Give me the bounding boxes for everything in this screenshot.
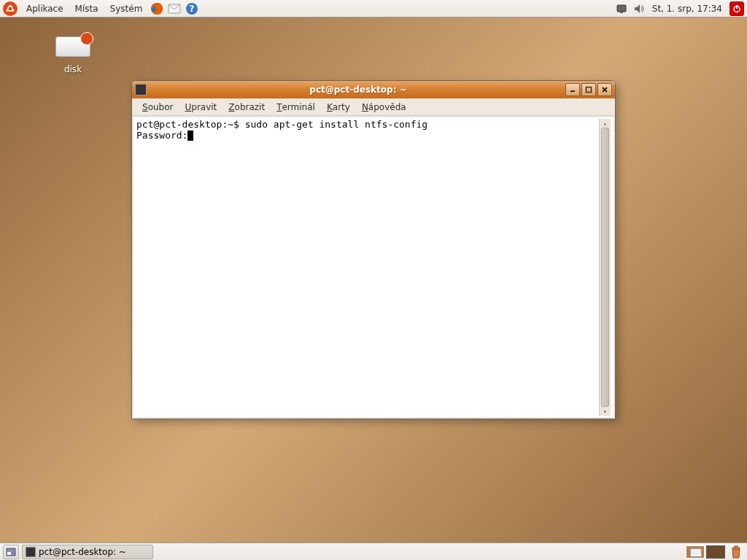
disk-drive-icon: [55, 36, 90, 61]
firefox-icon[interactable]: [149, 1, 165, 17]
mail-icon[interactable]: [166, 1, 182, 17]
trash-icon[interactable]: [728, 544, 744, 560]
desktop-icon-label: disk: [44, 64, 102, 74]
menu-file[interactable]: Soubor: [136, 98, 179, 115]
bottom-panel: pct@pct-desktop: ~: [0, 542, 747, 560]
workspace-2[interactable]: [706, 545, 725, 559]
taskbar-label: pct@pct-desktop: ~: [39, 547, 126, 557]
scroll-thumb[interactable]: [601, 128, 609, 407]
svg-rect-13: [587, 88, 592, 93]
menu-applications[interactable]: Aplikace: [20, 0, 69, 17]
cursor-icon: [187, 131, 193, 141]
terminal-window: pct@pct-desktop: ~ Soubor Upravit Zobraz…: [131, 80, 616, 419]
terminal-menubar: Soubor Upravit Zobrazit Terminál Karty N…: [132, 98, 615, 116]
clock[interactable]: St, 1. srp, 17:34: [648, 4, 727, 14]
scroll-up-icon[interactable]: ▴: [600, 119, 611, 128]
scroll-down-icon[interactable]: ▾: [600, 407, 611, 416]
help-icon[interactable]: ?: [184, 1, 200, 17]
shutdown-button[interactable]: [729, 1, 744, 16]
taskbar-terminal-button[interactable]: pct@pct-desktop: ~: [22, 545, 153, 559]
top-panel: Aplikace Místa Systém ? St, 1. srp, 17:3…: [0, 0, 747, 18]
ubuntu-logo-icon[interactable]: [3, 1, 18, 16]
volume-icon[interactable]: [631, 1, 647, 17]
menu-view[interactable]: Zobrazit: [222, 98, 271, 115]
terminal-icon: [26, 547, 36, 557]
terminal-body[interactable]: pct@pct-desktop:~$ sudo apt-get install …: [133, 117, 614, 417]
network-icon[interactable]: [614, 1, 630, 17]
minimize-button[interactable]: [565, 83, 580, 96]
show-desktop-button[interactable]: [3, 545, 19, 559]
workspace-switcher: [686, 545, 725, 559]
svg-text:?: ?: [190, 4, 195, 14]
menu-edit[interactable]: Upravit: [179, 98, 222, 115]
svg-point-3: [8, 6, 12, 10]
menu-tabs[interactable]: Karty: [321, 98, 356, 115]
terminal-icon: [135, 84, 147, 96]
svg-rect-8: [617, 5, 626, 12]
close-button[interactable]: [597, 83, 612, 96]
desktop-icon-disk[interactable]: disk: [44, 36, 102, 74]
svg-rect-9: [620, 12, 623, 13]
workspace-1[interactable]: [686, 545, 705, 559]
menu-places[interactable]: Místa: [69, 0, 104, 17]
terminal-output: pct@pct-desktop:~$ sudo apt-get install …: [136, 119, 599, 416]
menu-help[interactable]: Nápověda: [356, 98, 412, 115]
terminal-scrollbar[interactable]: ▴ ▾: [599, 119, 611, 416]
window-title: pct@pct-desktop: ~: [151, 85, 565, 95]
svg-rect-19: [735, 546, 738, 548]
window-titlebar[interactable]: pct@pct-desktop: ~: [132, 81, 615, 98]
maximize-button[interactable]: [581, 83, 596, 96]
svg-rect-17: [7, 552, 11, 555]
menu-system[interactable]: Systém: [104, 0, 149, 17]
menu-terminal[interactable]: Terminál: [271, 98, 321, 115]
